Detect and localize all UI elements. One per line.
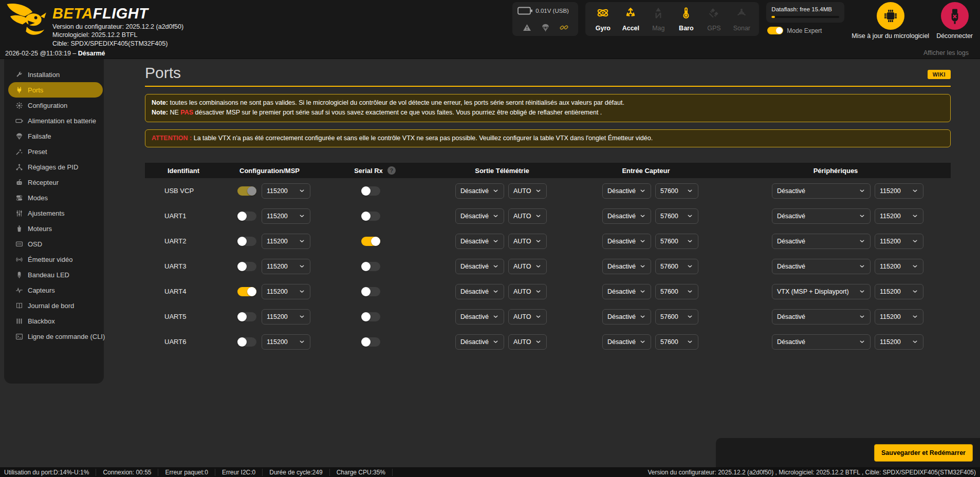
sidebar-item-label: Alimentation et batterie	[28, 117, 96, 125]
target-line: Cible: SPDX/SPEDIXF405(STM32F405)	[52, 40, 183, 48]
sidebar-item-configuration[interactable]: Configuration	[4, 98, 104, 113]
sidebar-item-label: Émetteur vidéo	[28, 256, 72, 263]
sidebar-item-capteurs[interactable]: Capteurs	[4, 282, 104, 298]
sensor-baud-select[interactable]: 57600	[655, 234, 698, 249]
msp-baud-select[interactable]: 115200	[262, 234, 310, 249]
sidebar-item-ports[interactable]: Ports	[8, 82, 103, 98]
telemetry-select[interactable]: Désactivé	[455, 259, 504, 274]
sidebar-item-blackbox[interactable]: Blackbox	[4, 313, 104, 329]
peripheral-baud-select[interactable]: 115200	[875, 259, 923, 274]
sidebar-item-preset[interactable]: Preset	[4, 144, 104, 159]
peripheral-select[interactable]: Désactivé	[772, 334, 871, 350]
telemetry-select[interactable]: Désactivé	[455, 208, 504, 224]
sensor-select[interactable]: Désactivé	[602, 309, 651, 325]
serial-rx-toggle[interactable]	[361, 312, 380, 321]
telemetry-select[interactable]: Désactivé	[455, 234, 504, 249]
telemetry-select[interactable]: Désactivé	[455, 334, 504, 350]
wiki-button[interactable]: WIKI	[928, 70, 951, 79]
sidebar-item-emetteur-video[interactable]: Émetteur vidéo	[4, 252, 104, 267]
expert-mode-toggle[interactable]	[767, 27, 783, 34]
link-icon	[560, 23, 568, 32]
sensor-select[interactable]: Désactivé	[602, 284, 651, 299]
telemetry-select[interactable]: Désactivé	[455, 183, 504, 199]
msp-baud-select[interactable]: 115200	[262, 284, 310, 299]
sidebar-item-alimentation-et-batterie[interactable]: Alimentation et batterie	[4, 113, 104, 128]
telemetry-baud-select[interactable]: AUTO	[508, 309, 547, 325]
peripheral-baud-select[interactable]: 115200	[875, 284, 923, 299]
telemetry-select[interactable]: Désactivé	[455, 284, 504, 299]
peripheral-select[interactable]: Désactivé	[772, 259, 871, 274]
sidebar-item-ajustements[interactable]: Ajustements	[4, 205, 104, 221]
peripheral-baud-select[interactable]: 115200	[875, 334, 923, 350]
chevron-down-icon	[492, 238, 499, 244]
sensor-baud-select[interactable]: 57600	[655, 259, 698, 274]
save-and-reboot-button[interactable]: Sauvegarder et Redémarrer	[874, 444, 973, 462]
telemetry-select[interactable]: Désactivé	[455, 309, 504, 325]
sidebar-item-journal-de-bord[interactable]: Journal de bord	[4, 298, 104, 313]
sensor-baud-select[interactable]: 57600	[655, 183, 698, 199]
serial-rx-toggle[interactable]	[361, 186, 380, 196]
peripheral-select[interactable]: Désactivé	[772, 208, 871, 224]
msp-toggle[interactable]	[237, 287, 256, 296]
msp-baud-select[interactable]: 115200	[262, 259, 310, 274]
peripheral-baud-select[interactable]: 115200	[875, 183, 923, 199]
sensor-select[interactable]: Désactivé	[602, 208, 651, 224]
firmware-update-button[interactable]: Mise à jour du micrologiciel	[852, 2, 929, 40]
help-icon[interactable]: ?	[387, 166, 396, 175]
peripheral-select[interactable]: Désactivé	[772, 234, 871, 249]
sensor-baud-select[interactable]: 57600	[655, 284, 698, 299]
sidebar-item-modes[interactable]: Modes	[4, 190, 104, 205]
telemetry-baud-select[interactable]: AUTO	[508, 334, 547, 350]
sidebar-item-osd[interactable]: OSD	[4, 236, 104, 252]
brand-wordmark: BETAFLIGHT	[52, 6, 183, 21]
chevron-down-icon	[912, 313, 918, 320]
msp-toggle[interactable]	[237, 312, 256, 321]
sidebar-item-ligne-de-commande-cli[interactable]: Ligne de commande (CLI)	[4, 329, 104, 344]
peripheral-baud-select[interactable]: 115200	[875, 309, 923, 325]
sensor-select[interactable]: Désactivé	[602, 234, 651, 249]
sensor-baud-select[interactable]: 57600	[655, 208, 698, 224]
sensor-select[interactable]: Désactivé	[602, 334, 651, 350]
msp-toggle[interactable]	[237, 262, 256, 271]
journal-icon	[15, 302, 23, 310]
serial-rx-toggle[interactable]	[361, 287, 380, 296]
sensor-baud-select[interactable]: 57600	[655, 309, 698, 325]
disconnect-button[interactable]: Déconnecter	[936, 2, 973, 40]
sensor-baud-select[interactable]: 57600	[655, 334, 698, 350]
sensor-select[interactable]: Désactivé	[602, 183, 651, 199]
telemetry-baud-select[interactable]: AUTO	[508, 208, 547, 224]
peripheral-select[interactable]: Désactivé	[772, 309, 871, 325]
peripheral-baud-select[interactable]: 115200	[875, 208, 923, 224]
serial-rx-toggle[interactable]	[361, 337, 380, 347]
telemetry-baud-select[interactable]: AUTO	[508, 284, 547, 299]
msp-baud-select[interactable]: 115200	[262, 309, 310, 325]
serial-rx-toggle[interactable]	[361, 262, 380, 271]
sidebar-item-reglages-de-pid[interactable]: Réglages de PID	[4, 159, 104, 175]
msp-baud-select[interactable]: 115200	[262, 334, 310, 350]
peripheral-baud-select[interactable]: 115200	[875, 234, 923, 249]
msp-baud-select[interactable]: 115200	[262, 208, 310, 224]
msp-toggle[interactable]	[237, 337, 256, 347]
peripheral-select[interactable]: Désactivé	[772, 183, 871, 199]
header-peripheriques: Périphériques	[720, 167, 951, 175]
serial-rx-toggle[interactable]	[361, 237, 380, 246]
statusbar-item: Utilisation du port:D:14%-U:1%	[0, 469, 96, 476]
sidebar-item-recepteur[interactable]: Récepteur	[4, 175, 104, 190]
telemetry-baud-select[interactable]: AUTO	[508, 183, 547, 199]
msp-toggle[interactable]	[237, 212, 256, 221]
armed-state: Désarmé	[78, 50, 105, 57]
telemetry-baud-select[interactable]: AUTO	[508, 259, 547, 274]
sidebar-item-moteurs[interactable]: Moteurs	[4, 221, 104, 236]
msp-toggle[interactable]	[237, 186, 256, 196]
sidebar-item-bandeau-led[interactable]: Bandeau LED	[4, 267, 104, 282]
show-logs-link[interactable]: Afficher les logs	[923, 49, 969, 56]
peripheral-select[interactable]: VTX (MSP + Displayport)	[772, 284, 871, 299]
sensor-indicator-accel: Accel	[619, 5, 642, 33]
sidebar-item-failsafe[interactable]: Failsafe	[4, 128, 104, 144]
telemetry-baud-select[interactable]: AUTO	[508, 234, 547, 249]
sidebar-item-installation[interactable]: Installation	[4, 67, 104, 82]
serial-rx-toggle[interactable]	[361, 212, 380, 221]
msp-toggle[interactable]	[237, 237, 256, 246]
msp-baud-select[interactable]: 115200	[262, 183, 310, 199]
sensor-select[interactable]: Désactivé	[602, 259, 651, 274]
